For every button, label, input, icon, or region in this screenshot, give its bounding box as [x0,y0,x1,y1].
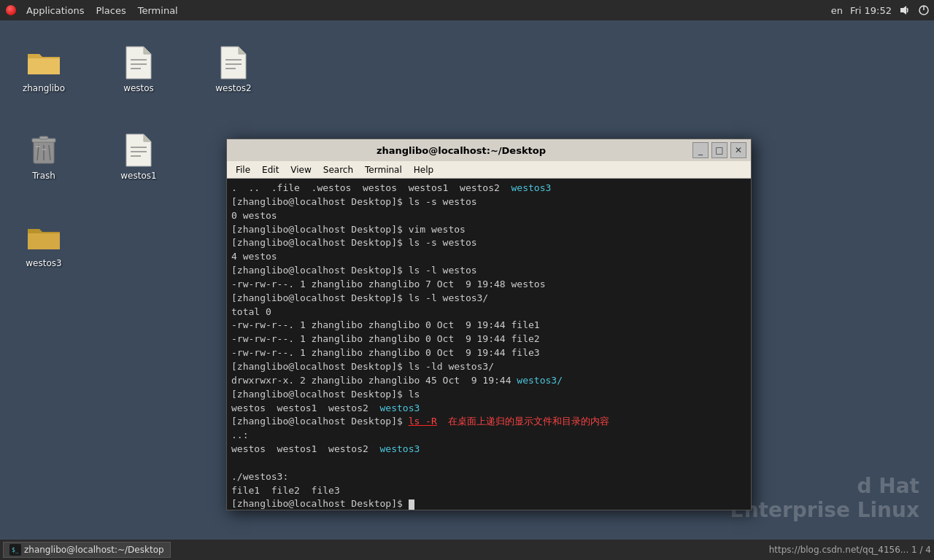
topbar: Applications Places Terminal en Fri 19:5… [0,0,934,20]
close-button[interactable]: ✕ [730,142,746,158]
svg-marker-9 [239,47,246,54]
redhat-line1: d Hat [730,474,919,498]
topbar-left: Applications Places Terminal [4,2,184,19]
redhat-watermark: d Hat Enterprise Linux [730,474,919,522]
icon-label-westos1: westos1 [120,171,156,181]
taskbar-right-info: https://blog.csdn.net/qq_4156... 1 / 4 [769,545,931,555]
folder-icon-westos3 [26,220,61,255]
svg-marker-4 [144,47,151,54]
icon-label-westos: westos [123,83,154,93]
icon-label-trash: Trash [32,171,55,181]
desktop-icon-westos[interactable]: westos [109,42,168,96]
menu-view[interactable]: View [285,163,317,176]
icon-label-zhanglibo: zhanglibo [23,83,65,93]
desktop-icon-westos3[interactable]: westos3 [15,217,73,271]
maximize-button[interactable]: □ [711,142,727,158]
terminal-content[interactable]: . .. .file .westos westos westos1 westos… [227,179,751,510]
terminal-menu[interactable]: Terminal [132,2,184,19]
svg-text:$_: $_ [12,547,19,553]
desktop-icon-trash[interactable]: Trash [15,130,73,184]
applications-menu[interactable]: Applications [20,2,90,19]
taskbar-terminal-item[interactable]: $_ zhanglibo@localhost:~/Desktop [3,542,171,558]
folder-icon-zhanglibo [26,45,61,80]
icon-label-westos2: westos2 [215,83,251,93]
menu-help[interactable]: Help [408,163,439,176]
desktop-icon-zhanglibo[interactable]: zhanglibo [15,42,73,96]
menu-terminal[interactable]: Terminal [359,163,408,176]
taskbar-item-label: zhanglibo@localhost:~/Desktop [24,545,164,555]
svg-marker-0 [900,6,906,15]
file-icon-westos1 [121,133,156,168]
red-hat-icon [4,4,18,17]
terminal-titlebar: zhanglibo@localhost:~/Desktop _ □ ✕ [227,139,751,161]
taskbar: $_ zhanglibo@localhost:~/Desktop https:/… [0,540,934,560]
topbar-right: en Fri 19:52 [831,4,930,16]
menu-file[interactable]: File [230,163,256,176]
icon-label-westos3: westos3 [26,258,61,268]
terminal-menubar: File Edit View Search Terminal Help [227,161,751,179]
terminal-title-buttons: _ □ ✕ [691,142,746,158]
terminal-window: zhanglibo@localhost:~/Desktop _ □ ✕ File… [226,139,752,510]
taskbar-url-info: https://blog.csdn.net/qq_4156... 1 / 4 [769,545,931,555]
terminal-output: . .. .file .westos westos westos1 westos… [231,182,746,510]
minimize-button[interactable]: _ [692,142,709,158]
trash-icon [26,133,61,168]
menu-search[interactable]: Search [317,163,359,176]
file-icon-westos [121,45,156,80]
desktop: zhanglibo westos westos2 [0,20,934,551]
desktop-icon-westos2[interactable]: westos2 [204,42,263,96]
desktop-icon-westos1[interactable]: westos1 [109,130,168,184]
svg-rect-19 [36,146,40,147]
clock: Fri 19:52 [850,5,892,16]
svg-marker-22 [144,134,151,141]
svg-rect-15 [39,136,48,139]
menu-edit[interactable]: Edit [256,163,285,176]
language-indicator: en [831,5,843,16]
svg-rect-20 [42,149,46,150]
power-icon[interactable] [918,4,930,16]
taskbar-terminal-icon: $_ [9,544,21,556]
places-menu[interactable]: Places [90,2,131,19]
volume-icon[interactable] [899,4,911,16]
file-icon-westos2 [216,45,251,80]
terminal-title: zhanglibo@localhost:~/Desktop [231,145,691,156]
redhat-line2: Enterprise Linux [730,498,919,522]
